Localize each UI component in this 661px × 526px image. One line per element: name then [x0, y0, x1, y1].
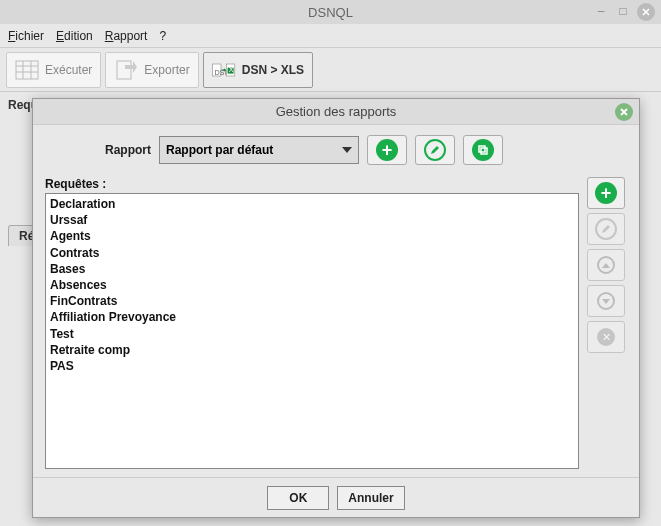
queries-listbox[interactable]: DeclarationUrssafAgentsContratsBasesAbse… — [45, 193, 579, 469]
exporter-button[interactable]: Exporter — [105, 52, 198, 88]
list-item[interactable]: Affiliation Prevoyance — [50, 309, 574, 325]
list-item[interactable]: Bases — [50, 261, 574, 277]
dsn-xls-button[interactable]: DSN X DSN > XLS — [203, 52, 313, 88]
app-title: DSNQL — [308, 5, 353, 20]
toolbar: Exécuter Exporter DSN X DSN > XLS — [0, 48, 661, 92]
queries-area: Requêtes : DeclarationUrssafAgentsContra… — [45, 177, 627, 469]
menu-fichier[interactable]: Fichier — [8, 29, 44, 43]
menu-rapport[interactable]: Rapport — [105, 29, 148, 43]
chevron-down-icon — [597, 292, 615, 310]
list-action-buttons: + ✕ — [587, 177, 627, 469]
list-item[interactable]: Urssaf — [50, 212, 574, 228]
report-selected-value: Rapport par défaut — [166, 143, 273, 157]
dsn-xls-label: DSN > XLS — [242, 63, 304, 77]
executer-button[interactable]: Exécuter — [6, 52, 101, 88]
list-item[interactable]: Test — [50, 326, 574, 342]
edit-query-button[interactable] — [587, 213, 625, 245]
dialog-footer: OK Annuler — [33, 477, 639, 517]
list-item[interactable]: FinContrats — [50, 293, 574, 309]
move-up-button[interactable] — [587, 249, 625, 281]
minimize-icon[interactable]: – — [593, 3, 609, 19]
report-selector-row: Rapport Rapport par défaut + — [45, 135, 627, 165]
export-icon — [114, 58, 138, 82]
list-item[interactable]: Contrats — [50, 245, 574, 261]
add-query-button[interactable]: + — [587, 177, 625, 209]
executer-label: Exécuter — [45, 63, 92, 77]
main-titlebar: DSNQL – □ — [0, 0, 661, 24]
requetes-label: Requêtes : — [45, 177, 579, 191]
reports-dialog: Gestion des rapports Rapport Rapport par… — [32, 98, 640, 518]
rapport-label: Rapport — [105, 143, 151, 157]
svg-rect-1 — [117, 61, 131, 79]
pencil-icon — [424, 139, 446, 161]
menu-help[interactable]: ? — [159, 29, 166, 43]
menu-edition[interactable]: Edition — [56, 29, 93, 43]
svg-rect-0 — [16, 61, 38, 79]
pencil-icon — [595, 218, 617, 240]
list-item[interactable]: Declaration — [50, 196, 574, 212]
copy-icon — [472, 139, 494, 161]
chevron-down-icon — [342, 147, 352, 153]
report-dropdown[interactable]: Rapport par défaut — [159, 136, 359, 164]
run-icon — [15, 58, 39, 82]
list-item[interactable]: PAS — [50, 358, 574, 374]
list-item[interactable]: Retraite comp — [50, 342, 574, 358]
delete-query-button[interactable]: ✕ — [587, 321, 625, 353]
dialog-close-icon[interactable] — [615, 103, 633, 121]
dsn-xls-icon: DSN X — [212, 58, 236, 82]
edit-report-button[interactable] — [415, 135, 455, 165]
svg-rect-8 — [481, 148, 487, 154]
queries-column: Requêtes : DeclarationUrssafAgentsContra… — [45, 177, 579, 469]
plus-icon: + — [376, 139, 398, 161]
exporter-label: Exporter — [144, 63, 189, 77]
copy-report-button[interactable] — [463, 135, 503, 165]
svg-rect-7 — [479, 146, 485, 152]
menubar: Fichier Edition Rapport ? — [0, 24, 661, 48]
dialog-title: Gestion des rapports — [276, 104, 397, 119]
list-item[interactable]: Agents — [50, 228, 574, 244]
list-item[interactable]: Absences — [50, 277, 574, 293]
close-icon[interactable] — [637, 3, 655, 21]
move-down-button[interactable] — [587, 285, 625, 317]
plus-icon: + — [595, 182, 617, 204]
dialog-body: Rapport Rapport par défaut + Requêt — [33, 125, 639, 477]
chevron-up-icon — [597, 256, 615, 274]
add-report-button[interactable]: + — [367, 135, 407, 165]
cancel-button[interactable]: Annuler — [337, 486, 404, 510]
x-icon: ✕ — [597, 328, 615, 346]
window-controls: – □ — [593, 3, 655, 21]
svg-text:X: X — [229, 65, 234, 74]
ok-button[interactable]: OK — [267, 486, 329, 510]
maximize-icon[interactable]: □ — [615, 3, 631, 19]
dialog-titlebar: Gestion des rapports — [33, 99, 639, 125]
